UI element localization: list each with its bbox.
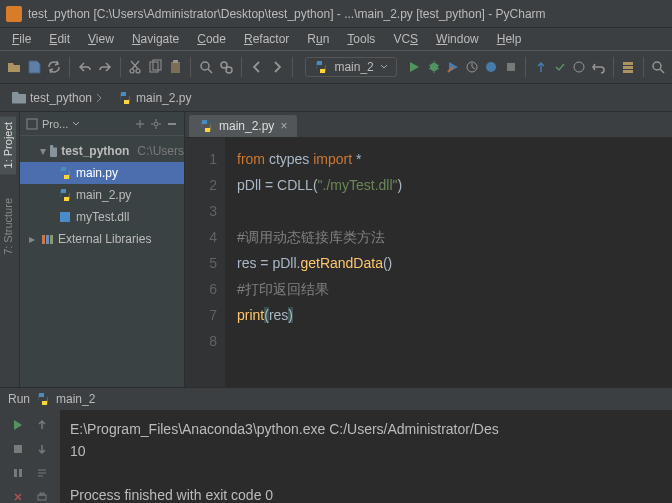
menu-code[interactable]: Code [189, 30, 234, 48]
nav-breadcrumb: test_python main_2.py [0, 84, 672, 112]
console-output[interactable]: E:\Program_Files\Anaconda3\python.exe C:… [60, 410, 672, 503]
coverage-icon[interactable] [445, 56, 460, 78]
tree-external-libs[interactable]: ▸ External Libraries [20, 228, 184, 250]
tree-root[interactable]: ▾ test_python C:\Users [20, 140, 184, 162]
folder-icon [50, 145, 57, 157]
sync-icon[interactable] [46, 56, 62, 78]
svg-rect-23 [50, 235, 53, 244]
svg-point-1 [136, 69, 140, 73]
menu-navigate[interactable]: Navigate [124, 30, 187, 48]
main-toolbar: main_2 [0, 50, 672, 84]
soft-wrap-icon[interactable] [33, 464, 51, 482]
copy-icon[interactable] [147, 56, 163, 78]
menu-run[interactable]: Run [299, 30, 337, 48]
code-editor[interactable]: 12345678 from ctypes import *pDll = CDLL… [185, 138, 672, 387]
run-tool-header: Run main_2 [0, 388, 672, 410]
menubar: File Edit View Navigate Code Refactor Ru… [0, 28, 672, 50]
vcs-commit-icon[interactable] [552, 56, 567, 78]
forward-icon[interactable] [269, 56, 285, 78]
tool-tab-structure[interactable]: 7: Structure [0, 192, 16, 261]
menu-tools[interactable]: Tools [339, 30, 383, 48]
profile-icon[interactable] [465, 56, 480, 78]
cut-icon[interactable] [127, 56, 143, 78]
library-icon [40, 232, 54, 246]
svg-rect-14 [623, 62, 633, 65]
rerun-icon[interactable] [9, 416, 27, 434]
vcs-update-icon[interactable] [533, 56, 548, 78]
svg-point-7 [221, 62, 227, 68]
menu-vcs[interactable]: VCS [385, 30, 426, 48]
pause-icon[interactable] [9, 464, 27, 482]
python-icon [199, 119, 213, 133]
search-everywhere-icon[interactable] [651, 56, 666, 78]
editor-tabs: main_2.py × [185, 112, 672, 138]
exit-icon[interactable] [9, 488, 27, 503]
python-icon [118, 91, 132, 105]
stop-icon[interactable] [503, 56, 518, 78]
undo-icon[interactable] [77, 56, 93, 78]
run-config-selector[interactable]: main_2 [305, 57, 396, 77]
attach-icon[interactable] [484, 56, 499, 78]
project-tool-window: Pro... ▾ test_python C:\Users main.py ma… [20, 112, 185, 387]
svg-rect-28 [40, 493, 44, 495]
vcs-revert-icon[interactable] [591, 56, 606, 78]
chevron-down-icon[interactable] [72, 120, 80, 128]
replace-icon[interactable] [218, 56, 234, 78]
project-view-icon [26, 118, 38, 130]
run-icon[interactable] [407, 56, 422, 78]
redo-icon[interactable] [97, 56, 113, 78]
folder-icon [12, 92, 26, 104]
expand-arrow-icon[interactable]: ▸ [28, 232, 36, 246]
svg-rect-20 [60, 212, 70, 222]
close-icon[interactable]: × [280, 119, 287, 133]
tree-file-main[interactable]: main.py [20, 162, 184, 184]
tree-file-dll[interactable]: myTest.dll [20, 206, 184, 228]
window-title: test_python [C:\Users\Administrator\Desk… [28, 7, 546, 21]
svg-point-9 [430, 63, 438, 71]
paste-icon[interactable] [167, 56, 183, 78]
svg-rect-22 [46, 235, 49, 244]
svg-point-17 [653, 62, 661, 70]
save-all-icon[interactable] [26, 56, 42, 78]
svg-point-19 [154, 122, 158, 126]
menu-file[interactable]: File [4, 30, 39, 48]
run-config-name: main_2 [56, 392, 95, 406]
down-icon[interactable] [33, 440, 51, 458]
find-icon[interactable] [198, 56, 214, 78]
chevron-right-icon [96, 93, 102, 103]
svg-point-13 [574, 62, 584, 72]
expand-arrow-icon[interactable]: ▾ [40, 144, 46, 158]
vcs-history-icon[interactable] [571, 56, 586, 78]
hide-icon[interactable] [166, 118, 178, 130]
open-icon[interactable] [6, 56, 22, 78]
gear-icon[interactable] [150, 118, 162, 130]
project-tree: ▾ test_python C:\Users main.py main_2.py… [20, 136, 184, 254]
app-icon [6, 6, 22, 22]
debug-icon[interactable] [426, 56, 441, 78]
stop-icon[interactable] [9, 440, 27, 458]
collapse-icon[interactable] [134, 118, 146, 130]
menu-view[interactable]: View [80, 30, 122, 48]
menu-window[interactable]: Window [428, 30, 487, 48]
up-icon[interactable] [33, 416, 51, 434]
editor-area: main_2.py × 12345678 from ctypes import … [185, 112, 672, 387]
breadcrumb-file[interactable]: main_2.py [112, 89, 197, 107]
svg-point-11 [486, 62, 496, 72]
svg-rect-24 [14, 445, 22, 453]
menu-refactor[interactable]: Refactor [236, 30, 297, 48]
editor-tab-main2[interactable]: main_2.py × [189, 115, 297, 137]
svg-rect-16 [623, 70, 633, 73]
menu-help[interactable]: Help [489, 30, 530, 48]
code-content[interactable]: from ctypes import *pDll = CDLL("./myTes… [225, 138, 672, 387]
tool-tab-project[interactable]: 1: Project [0, 116, 16, 174]
menu-edit[interactable]: Edit [41, 30, 78, 48]
structure-icon[interactable] [621, 56, 636, 78]
dll-icon [58, 210, 72, 224]
print-icon[interactable] [33, 488, 51, 503]
titlebar: test_python [C:\Users\Administrator\Desk… [0, 0, 672, 28]
tree-file-main2[interactable]: main_2.py [20, 184, 184, 206]
python-icon [314, 60, 328, 74]
gutter: 12345678 [185, 138, 225, 387]
back-icon[interactable] [249, 56, 265, 78]
breadcrumb-root[interactable]: test_python [6, 89, 108, 107]
